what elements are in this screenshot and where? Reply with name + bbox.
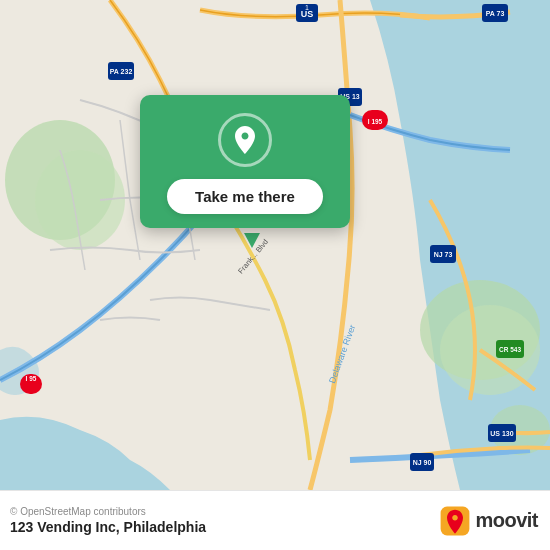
osm-attribution: © OpenStreetMap contributors: [10, 506, 206, 517]
map-background: US 1 PA 232 US 13 PA 73 I 95 I 195 NJ 73…: [0, 0, 550, 490]
bottom-bar: © OpenStreetMap contributors 123 Vending…: [0, 490, 550, 550]
svg-point-2: [35, 150, 125, 250]
svg-text:CR 543: CR 543: [499, 346, 521, 353]
location-popup: Take me there: [140, 95, 350, 228]
moovit-icon: [439, 505, 471, 537]
bottom-left-info: © OpenStreetMap contributors 123 Vending…: [10, 506, 206, 535]
svg-text:1: 1: [305, 4, 309, 11]
map-view[interactable]: US 1 PA 232 US 13 PA 73 I 95 I 195 NJ 73…: [0, 0, 550, 490]
svg-text:I 195: I 195: [368, 118, 383, 125]
take-me-there-button[interactable]: Take me there: [167, 179, 323, 214]
svg-text:NJ 90: NJ 90: [413, 459, 432, 466]
location-icon-circle: [218, 113, 272, 167]
location-pin-icon: [229, 124, 261, 156]
svg-text:NJ 73: NJ 73: [434, 251, 453, 258]
svg-text:PA 73: PA 73: [486, 10, 505, 17]
svg-text:US 130: US 130: [490, 430, 513, 437]
moovit-logo: moovit: [439, 505, 538, 537]
svg-text:I 95: I 95: [26, 375, 37, 382]
location-name: 123 Vending Inc, Philadelphia: [10, 519, 206, 535]
svg-text:PA 232: PA 232: [110, 68, 133, 75]
moovit-text: moovit: [475, 509, 538, 532]
